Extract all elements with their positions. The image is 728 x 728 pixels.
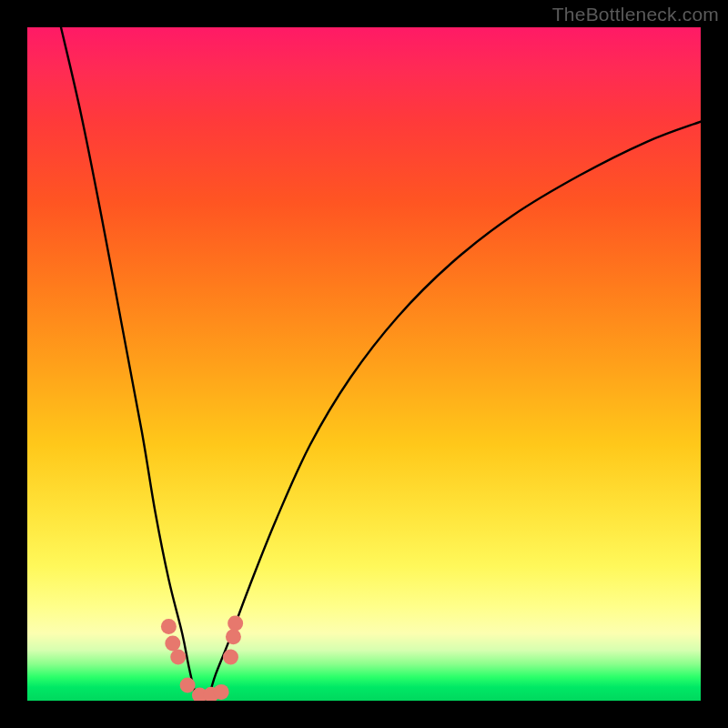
mismatch-curve [61, 27, 701, 701]
plot-area [27, 27, 701, 701]
data-marker [228, 615, 243, 631]
watermark-text: TheBottleneck.com [552, 4, 719, 25]
data-marker [161, 619, 177, 634]
curve-layer [27, 27, 701, 701]
data-marker [165, 636, 180, 652]
data-marker [226, 629, 241, 644]
data-marker [170, 649, 186, 664]
chart-frame: TheBottleneck.com [0, 0, 728, 728]
data-marker [180, 677, 196, 693]
data-marker [223, 649, 238, 664]
data-marker [214, 684, 229, 700]
